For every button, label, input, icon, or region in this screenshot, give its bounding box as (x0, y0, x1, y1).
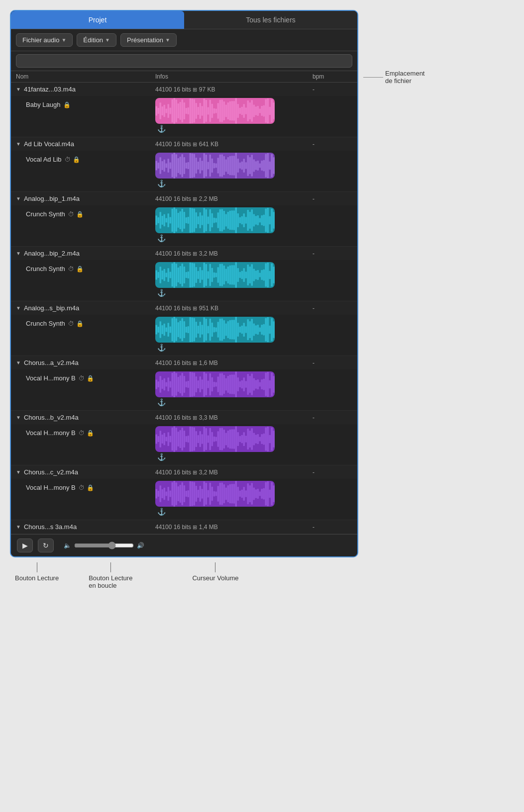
edition-button[interactable]: Édition ▼ (77, 33, 116, 47)
list-item[interactable]: Vocal H...mony B ⏱🔒 ⚓ (11, 369, 357, 410)
svg-rect-340 (223, 375, 225, 394)
svg-rect-474 (247, 483, 249, 504)
file-bpm: - (313, 414, 352, 421)
svg-rect-346 (235, 371, 237, 397)
svg-rect-158 (225, 214, 227, 227)
svg-rect-125 (160, 212, 162, 228)
svg-rect-301 (267, 317, 269, 342)
svg-rect-389 (200, 431, 202, 447)
svg-rect-452 (204, 481, 206, 506)
svg-rect-181 (271, 209, 273, 232)
svg-rect-44 (241, 107, 243, 115)
svg-rect-463 (225, 488, 227, 500)
svg-rect-430 (160, 485, 162, 502)
svg-rect-187 (162, 271, 164, 279)
table-row[interactable]: ▼ Chorus...s 3a.m4a44100 16 bits ⊞ 1,4 M… (11, 520, 357, 534)
svg-rect-47 (247, 100, 249, 121)
table-row[interactable]: ▼ Ad Lib Vocal.m4a44100 16 bits ⊞ 641 KB… (11, 137, 357, 151)
loop-icon: ↻ (43, 541, 49, 549)
svg-rect-379 (180, 430, 182, 448)
svg-rect-43 (239, 108, 241, 114)
svg-rect-334 (211, 377, 213, 392)
table-row[interactable]: ▼ Analog...s_bip.m4a44100 16 bits ⊞ 951 … (11, 301, 357, 315)
svg-rect-432 (164, 488, 166, 500)
svg-rect-291 (247, 319, 249, 340)
svg-rect-209 (206, 264, 208, 286)
svg-rect-167 (243, 213, 245, 227)
list-item[interactable]: Baby Laugh 🔒 ⚓ (11, 96, 357, 137)
svg-rect-424 (269, 435, 271, 444)
svg-rect-431 (162, 489, 164, 498)
svg-rect-406 (233, 429, 235, 449)
waveform (155, 371, 275, 397)
list-item[interactable]: Crunch Synth ⏱🔒 ⚓ (11, 205, 357, 246)
svg-rect-5 (164, 105, 166, 117)
svg-rect-327 (198, 380, 200, 388)
svg-rect-285 (235, 317, 237, 343)
svg-rect-453 (206, 483, 208, 505)
svg-rect-170 (249, 212, 251, 229)
svg-rect-387 (196, 431, 198, 447)
svg-rect-275 (215, 328, 217, 332)
svg-rect-482 (263, 488, 265, 500)
svg-rect-248 (162, 325, 164, 334)
svg-rect-11 (176, 99, 178, 122)
tab-projet[interactable]: Projet (11, 11, 184, 29)
svg-rect-228 (243, 268, 245, 282)
svg-rect-34 (221, 99, 223, 122)
svg-rect-336 (215, 382, 217, 387)
svg-rect-352 (247, 374, 249, 395)
clock-icon: ⏱ (68, 266, 74, 272)
loop-button[interactable]: ↻ (38, 539, 54, 552)
file-bpm: - (313, 86, 352, 93)
table-row[interactable]: ▼ Analog...bip_1.m4a44100 16 bits ⊞ 2,2 … (11, 192, 357, 205)
volume-section: 🔈 🔊 (64, 541, 144, 549)
svg-rect-208 (204, 263, 206, 287)
table-row[interactable]: ▼ 41fantaz...03.m4a44100 16 bits ⊞ 97 KB… (11, 83, 357, 96)
svg-rect-420 (261, 434, 263, 444)
svg-rect-311 (166, 382, 168, 386)
svg-rect-102 (235, 153, 237, 179)
fichier-audio-button[interactable]: Fichier audio ▼ (16, 33, 73, 47)
svg-rect-483 (265, 482, 267, 506)
svg-rect-282 (229, 320, 231, 340)
list-item[interactable]: Vocal H...mony B ⏱🔒 ⚓ (11, 424, 357, 465)
lock-icon: 🔒 (87, 375, 94, 382)
play-button[interactable]: ▶ (17, 539, 33, 552)
child-file-name: Crunch Synth (26, 320, 65, 327)
svg-rect-23 (200, 103, 202, 119)
tab-tous-fichiers[interactable]: Tous les fichiers (184, 11, 357, 29)
table-row[interactable]: ▼ Chorus...c_v2.m4a44100 16 bits ⊞ 3,2 M… (11, 465, 357, 479)
clock-icon: ⏱ (65, 156, 71, 163)
search-input[interactable] (16, 54, 352, 68)
list-item[interactable]: Crunch Synth ⏱🔒 ⚓ (11, 315, 357, 356)
svg-rect-203 (194, 263, 196, 286)
svg-rect-364 (271, 373, 273, 396)
svg-rect-329 (202, 379, 204, 389)
svg-rect-399 (219, 428, 221, 451)
svg-rect-386 (194, 427, 196, 451)
svg-rect-105 (241, 162, 243, 170)
svg-rect-186 (160, 267, 162, 283)
volume-slider[interactable] (74, 541, 134, 549)
list-item[interactable]: Vocal H...mony B ⏱🔒 ⚓ (11, 479, 357, 520)
svg-rect-354 (251, 373, 253, 395)
collapse-icon: ▼ (16, 415, 21, 420)
table-row[interactable]: ▼ Chorus...a_v2.m4a44100 16 bits ⊞ 1,6 M… (11, 356, 357, 369)
svg-rect-239 (265, 264, 267, 287)
stereo-icon: ⊞ (193, 141, 197, 147)
table-row[interactable]: ▼ Chorus...b_v2.m4a44100 16 bits ⊞ 3,3 M… (11, 411, 357, 424)
file-bpm: - (313, 469, 352, 476)
list-item[interactable]: Crunch Synth ⏱🔒 ⚓ (11, 260, 357, 301)
presentation-button[interactable]: Présentation ▼ (120, 33, 177, 47)
table-row[interactable]: ▼ Analog...bip_2.m4a44100 16 bits ⊞ 3,2 … (11, 247, 357, 260)
svg-rect-169 (247, 210, 249, 231)
svg-rect-130 (170, 217, 172, 223)
svg-rect-45 (243, 104, 245, 118)
svg-rect-212 (211, 268, 213, 282)
list-item[interactable]: Vocal Ad Lib ⏱🔒 ⚓ (11, 151, 357, 191)
col-infos: Infos (155, 73, 313, 80)
lock-icon: 🔒 (76, 266, 84, 272)
svg-rect-146 (202, 215, 204, 225)
svg-rect-32 (217, 103, 219, 119)
